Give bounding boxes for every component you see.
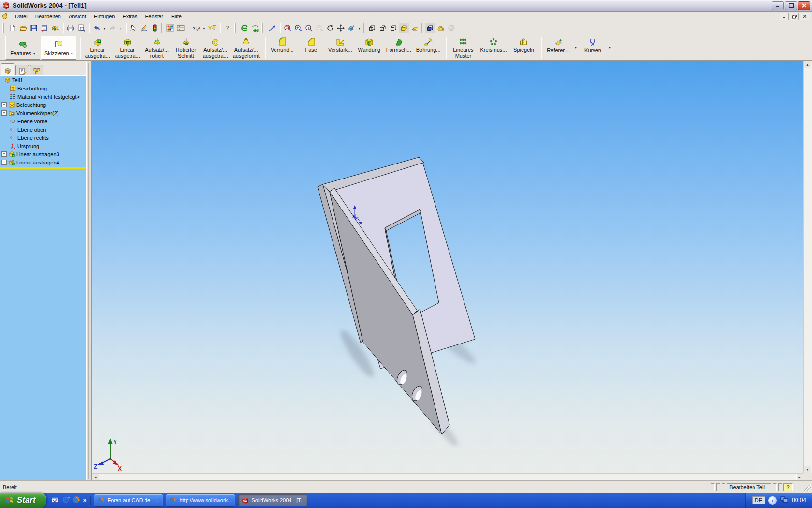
chevron-down-icon[interactable]: ▾ [71, 51, 73, 56]
file-find-button[interactable] [50, 23, 60, 33]
new-document-button[interactable] [7, 23, 18, 33]
tree-item-linear-austragen4[interactable]: +Linear austragen4 [0, 158, 86, 166]
edrawings-button[interactable] [239, 23, 250, 33]
cm-button-lineares-muster-14[interactable]: LinearesMuster [449, 36, 478, 60]
curvature-button[interactable] [435, 23, 446, 33]
taskbar-clock[interactable]: 00:04 [792, 497, 806, 504]
scroll-down-button[interactable]: ▼ [804, 466, 811, 473]
wireframe-button[interactable] [367, 23, 377, 33]
tray-chevron-icon[interactable]: ‹ [768, 496, 777, 505]
cm-button-kreismus-15[interactable]: Kreismus... [478, 36, 509, 60]
vertical-scrollbar[interactable]: ▲ ▼ [803, 61, 812, 473]
expand-icon[interactable]: + [1, 110, 7, 116]
cm-button-wandung-10[interactable]: Wandung [355, 36, 384, 60]
undo-dropdown-icon[interactable]: ▾ [102, 23, 107, 33]
rotate-about-axis-button[interactable] [346, 23, 357, 33]
zoom-to-area-button[interactable] [293, 23, 304, 33]
close-button[interactable] [798, 1, 810, 10]
doc-close-button[interactable] [800, 13, 809, 20]
equations-button[interactable]: Σ [191, 23, 202, 33]
cm-button-linear-ausgetra-1[interactable]: Linearausgetra... [113, 36, 143, 60]
horizontal-scrollbar[interactable]: ◄ ► [92, 473, 803, 481]
cm-button-referen-18[interactable]: Referen... [544, 35, 573, 60]
menu-fenster[interactable]: Fenster [142, 13, 167, 20]
rollback-bar[interactable] [0, 167, 86, 169]
zoom-to-fit-button[interactable] [282, 23, 293, 33]
quick-launch-overflow[interactable]: » [83, 497, 87, 504]
help-button[interactable]: ? [222, 23, 233, 33]
undo-button[interactable] [91, 23, 102, 33]
zoom-to-selection-button[interactable] [314, 23, 325, 33]
panel-splitter[interactable] [86, 61, 92, 481]
toolbar-grip[interactable] [261, 23, 266, 33]
tree-root-teil1[interactable]: Teil1 [0, 76, 86, 84]
start-button[interactable]: Start [0, 493, 46, 508]
cm-button-bohrung-12[interactable]: Bohrung... [414, 36, 443, 60]
menu-ansicht[interactable]: Ansicht [65, 13, 90, 20]
cm-dropdown-kurven[interactable]: ▾ [607, 43, 612, 53]
menu-hilfe[interactable]: Hilfe [167, 13, 186, 20]
doc-minimize-button[interactable] [780, 13, 789, 20]
shadows-in-shaded-mode-button[interactable] [409, 23, 420, 33]
part-model[interactable] [318, 157, 475, 434]
edit-properties-button[interactable] [39, 23, 50, 33]
cm-dropdown-referen[interactable]: ▾ [573, 43, 578, 53]
rebuild-button[interactable] [149, 23, 160, 33]
edit-color-button[interactable] [165, 23, 175, 33]
toolbar-grip[interactable] [234, 23, 238, 33]
realview-button[interactable] [446, 23, 457, 33]
scroll-left-button[interactable]: ◄ [92, 474, 99, 481]
quick-launch-internet-explorer-icon[interactable] [62, 496, 70, 505]
menu-einf-gen[interactable]: Einfügen [90, 13, 118, 20]
open-document-button[interactable] [18, 23, 29, 33]
tree-item-volumenk-rper-2[interactable]: +Volumenkörper(2) [0, 109, 86, 117]
edit-texture-button[interactable] [175, 23, 186, 33]
cm-button-kurven-19[interactable]: Kurven [578, 35, 607, 60]
pan-view-button[interactable] [335, 23, 346, 33]
filter-toggle-button[interactable] [267, 23, 277, 33]
network-icon[interactable] [780, 496, 788, 505]
tree-item-material-nicht-festgelegt[interactable]: Material <nicht festgelegt> [0, 92, 86, 101]
tree-item-linear-austragen3[interactable]: +Linear austragen3 [0, 150, 86, 158]
scroll-right-button[interactable]: ► [796, 474, 803, 481]
cm-button-aufsatz-ausgetra-4[interactable]: Aufsatz/...ausgetra... [201, 36, 231, 60]
tree-item-beleuchtung[interactable]: +Beleuchtung [0, 101, 86, 109]
status-help-button[interactable]: ? [783, 483, 793, 491]
print-button[interactable] [65, 23, 76, 33]
view-dropdown-icon[interactable]: ▾ [357, 23, 362, 33]
toolbar-grip[interactable] [2, 23, 6, 33]
tree-item-beschriftung[interactable]: TBeschriftung [0, 84, 86, 92]
tree-item-ebene-oben[interactable]: Ebene oben [0, 125, 86, 134]
expand-icon[interactable]: + [1, 151, 7, 157]
quick-launch-app-icon[interactable] [51, 496, 59, 505]
cm-button-rotierter-schnitt-3[interactable]: RotierterSchnitt [172, 36, 201, 60]
task-button-foren-auf-cad-de[interactable]: Foren auf CAD.de - ... [94, 494, 163, 506]
doc-restore-button[interactable] [790, 13, 799, 20]
part-scene[interactable]: Y Z X [92, 61, 803, 473]
task-button-solidworks-2004-t[interactable]: SWSolidWorks 2004 - [T... [238, 494, 307, 506]
tree-item-ursprung[interactable]: Ursprung [0, 142, 86, 150]
menu-datei[interactable]: Datei [11, 13, 31, 20]
hidden-lines-visible-button[interactable] [377, 23, 388, 33]
save-button[interactable] [29, 23, 39, 33]
chevron-down-icon[interactable]: ▾ [33, 51, 35, 56]
tab-featuremanager[interactable] [1, 63, 14, 77]
expand-icon[interactable]: + [1, 102, 7, 107]
cm-tab-features[interactable]: Features▾ [5, 36, 40, 60]
rotate-view-button[interactable] [325, 23, 335, 33]
cm-button-spiegeln-16[interactable]: Spiegeln [509, 36, 538, 60]
sketch-tool-button[interactable] [139, 23, 149, 33]
tree-item-ebene-rechts[interactable]: Ebene rechts [0, 134, 86, 142]
menu-bearbeiten[interactable]: Bearbeiten [31, 13, 65, 20]
print-preview-button[interactable] [76, 23, 87, 33]
selection-filter-button[interactable]: Y [207, 23, 218, 33]
minimize-button[interactable] [772, 1, 784, 10]
quick-launch-firefox-icon[interactable] [72, 496, 80, 505]
maximize-button[interactable] [785, 1, 797, 10]
cm-button-formsch-11[interactable]: Formsch... [384, 36, 414, 60]
animator-button[interactable] [250, 23, 261, 33]
redo-button[interactable] [107, 23, 118, 33]
equations-dropdown-icon[interactable]: ▾ [202, 23, 207, 33]
menu-extras[interactable]: Extras [118, 13, 141, 20]
scroll-up-button[interactable]: ▲ [804, 61, 811, 68]
